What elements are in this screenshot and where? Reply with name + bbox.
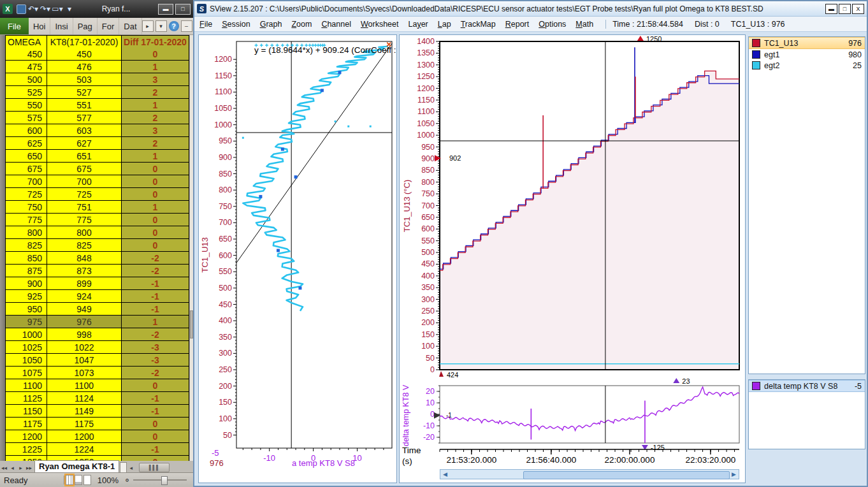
ribbon-more-icon[interactable]: ▸ xyxy=(142,20,154,32)
table-cell[interactable]: 1125 xyxy=(5,392,47,405)
table-cell[interactable]: 1073 xyxy=(47,367,122,379)
table-cell[interactable]: 1100 xyxy=(47,379,122,392)
redo-icon[interactable]: ↷▾ xyxy=(40,3,51,15)
table-row[interactable]: 9759761 xyxy=(5,316,189,328)
table-cell[interactable]: 0 xyxy=(122,456,189,461)
table-row[interactable]: 10751073-2 xyxy=(5,367,189,379)
table-cell[interactable]: 3 xyxy=(122,73,189,86)
table-cell[interactable]: 1 xyxy=(122,201,189,214)
table-cell[interactable]: 550 xyxy=(5,99,47,112)
table-row[interactable]: 900899-1 xyxy=(5,277,189,290)
table-cell[interactable]: 2 xyxy=(122,86,189,99)
table-row[interactable]: 8008000 xyxy=(5,226,189,239)
menu-file[interactable]: File xyxy=(199,20,212,29)
table-cell[interactable]: 627 xyxy=(47,137,122,150)
table-cell[interactable]: 1175 xyxy=(47,418,122,430)
table-cell[interactable]: 950 xyxy=(5,303,47,316)
table-row[interactable]: 4754761 xyxy=(5,61,189,73)
legend-row-tc1_u13[interactable]: TC1_U13976 xyxy=(749,37,865,49)
table-cell[interactable]: -1 xyxy=(122,290,189,303)
table-cell[interactable]: 0 xyxy=(122,418,189,430)
table-cell[interactable]: 775 xyxy=(5,214,47,226)
table-cell[interactable]: 577 xyxy=(47,112,122,124)
table-cell[interactable]: 700 xyxy=(5,175,47,188)
table-cell[interactable]: 0 xyxy=(122,239,189,252)
table-cell[interactable]: 625 xyxy=(5,137,47,150)
table-row[interactable]: 7507511 xyxy=(5,201,189,214)
ribbon-tab-hoi[interactable]: Hoi xyxy=(29,18,51,34)
table-cell[interactable]: 503 xyxy=(47,73,122,86)
table-cell[interactable]: 1050 xyxy=(5,354,47,367)
table-row[interactable]: 5255272 xyxy=(5,86,189,99)
menu-channel[interactable]: Channel xyxy=(321,20,351,29)
sheet-tab[interactable]: Ryan Omega KT8-1 xyxy=(34,460,119,472)
view-layout-icon[interactable] xyxy=(75,475,82,485)
table-cell[interactable]: 1075 xyxy=(5,367,47,379)
table-cell[interactable]: 725 xyxy=(47,188,122,201)
zoom-slider[interactable]: ⚬ xyxy=(124,476,189,485)
table-cell[interactable]: 525 xyxy=(5,86,47,99)
table-cell[interactable]: 2 xyxy=(122,112,189,124)
table-cell[interactable]: 725 xyxy=(5,188,47,201)
table-cell[interactable]: 825 xyxy=(47,239,122,252)
table-row[interactable]: 875873-2 xyxy=(5,265,189,277)
table-cell[interactable]: 976 xyxy=(47,316,122,328)
sheet-nav-first-icon[interactable]: ◂◂ xyxy=(0,465,8,472)
table-cell[interactable]: 825 xyxy=(5,239,47,252)
table-cell[interactable]: 475 xyxy=(5,61,47,73)
table-cell[interactable]: 575 xyxy=(5,112,47,124)
table-cell[interactable]: 0 xyxy=(122,430,189,443)
table-row[interactable]: 11251124-1 xyxy=(5,392,189,405)
table-row[interactable]: 5005033 xyxy=(5,73,189,86)
table-cell[interactable]: -2 xyxy=(122,367,189,379)
menu-lap[interactable]: Lap xyxy=(438,20,451,29)
table-row[interactable]: 6256272 xyxy=(5,137,189,150)
table-cell[interactable]: 0 xyxy=(122,379,189,392)
table-cell[interactable]: 651 xyxy=(47,150,122,163)
table-cell[interactable]: 1224 xyxy=(47,443,122,456)
column-header[interactable]: Diff 17-01-2020 xyxy=(122,35,189,48)
menu-report[interactable]: Report xyxy=(505,20,530,29)
save-icon[interactable] xyxy=(15,3,27,15)
table-cell[interactable]: 1200 xyxy=(5,430,47,443)
table-row[interactable]: 8258250 xyxy=(5,239,189,252)
table-header-row[interactable]: OMEGAKT8(17-01-2020)Diff 17-01-2020 xyxy=(5,35,189,48)
table-cell[interactable]: 603 xyxy=(47,124,122,137)
table-cell[interactable]: 875 xyxy=(5,265,47,277)
menu-graph[interactable]: Graph xyxy=(260,20,282,29)
table-cell[interactable]: 650 xyxy=(5,150,47,163)
table-cell[interactable]: 1047 xyxy=(47,354,122,367)
table-cell[interactable]: 476 xyxy=(47,61,122,73)
table-row[interactable]: 6006033 xyxy=(5,124,189,137)
table-row[interactable]: 110011000 xyxy=(5,379,189,392)
scatter-plot[interactable]: 5010015020025030035040045050055060065070… xyxy=(199,35,396,483)
table-cell[interactable]: 998 xyxy=(47,328,122,341)
table-row[interactable]: 1000998-2 xyxy=(5,328,189,341)
time-horizontal-scrollbar[interactable]: ◀ ▶ xyxy=(440,469,739,479)
ribbon-tab-insi[interactable]: Insi xyxy=(50,18,73,34)
menu-options[interactable]: Options xyxy=(539,20,566,29)
column-header[interactable]: OMEGA xyxy=(5,35,47,48)
table-cell[interactable]: 750 xyxy=(5,201,47,214)
ribbon-tab-for[interactable]: For xyxy=(98,18,120,34)
table-cell[interactable]: 1025 xyxy=(5,341,47,354)
undo-icon[interactable]: ↶▾ xyxy=(27,3,39,15)
menu-math[interactable]: Math xyxy=(575,20,593,29)
legend-row-delta-temp-kt8-v-s8[interactable]: delta temp KT8 V S8-5 xyxy=(749,380,865,392)
table-cell[interactable]: 1 xyxy=(122,316,189,328)
sheet-tab-sliver[interactable] xyxy=(120,462,127,472)
scatter-plot-panel[interactable]: 5010015020025030035040045050055060065070… xyxy=(198,34,397,483)
table-row[interactable]: 925924-1 xyxy=(5,290,189,303)
table-row[interactable]: 7007000 xyxy=(5,175,189,188)
excel-grid[interactable]: OMEGAKT8(17-01-2020)Diff 17-01-202045045… xyxy=(5,35,189,461)
table-cell[interactable]: 1225 xyxy=(5,443,47,456)
table-cell[interactable]: 500 xyxy=(5,73,47,86)
table-cell[interactable]: 775 xyxy=(47,214,122,226)
table-row[interactable]: 117511750 xyxy=(5,418,189,430)
tab-file[interactable]: File xyxy=(0,18,29,34)
table-row[interactable]: 5505511 xyxy=(5,99,189,112)
table-cell[interactable]: 0 xyxy=(122,48,189,61)
table-cell[interactable]: -2 xyxy=(122,252,189,265)
table-cell[interactable]: 700 xyxy=(47,175,122,188)
table-cell[interactable]: 975 xyxy=(5,316,47,328)
